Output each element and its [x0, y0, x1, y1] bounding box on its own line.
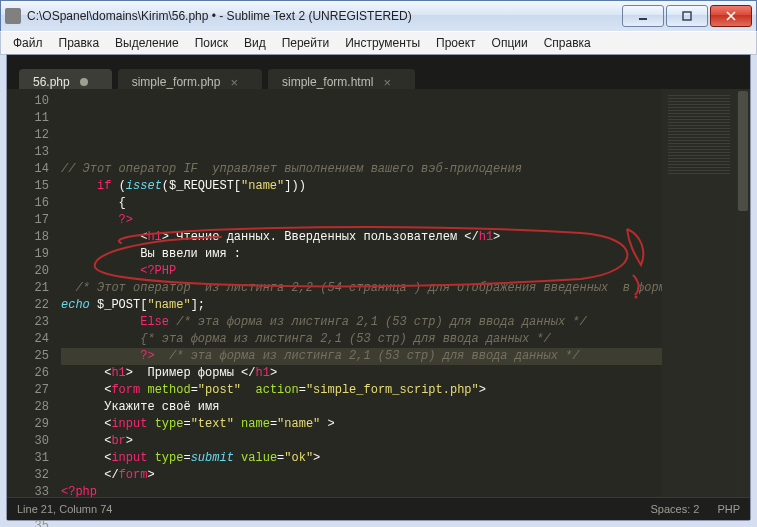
menu-project[interactable]: Проект [428, 33, 484, 53]
line-number: 14 [7, 161, 49, 178]
line-number: 30 [7, 433, 49, 450]
code-line[interactable]: Укажите своё имя [61, 399, 662, 416]
line-number: 23 [7, 314, 49, 331]
window-title: C:\OSpanel\domains\Kirim\56.php • - Subl… [27, 9, 622, 23]
code-line[interactable]: <input type=submit value="ok"> [61, 450, 662, 467]
tab-label: simple_form.html [282, 75, 373, 89]
line-number: 27 [7, 382, 49, 399]
code-line[interactable]: /* Этот оператор из листинга 2,2 (54 стр… [61, 280, 662, 297]
status-bar: Line 21, Column 74 Spaces: 2 PHP [7, 497, 750, 520]
menu-goto[interactable]: Перейти [274, 33, 338, 53]
code-line[interactable]: <?PHP [61, 263, 662, 280]
menu-search[interactable]: Поиск [187, 33, 236, 53]
code-line[interactable]: ?> /* эта форма из листинга 2,1 (53 стр)… [61, 348, 662, 365]
line-number: 13 [7, 144, 49, 161]
line-number: 26 [7, 365, 49, 382]
code-line[interactable]: Вы ввели имя : [61, 246, 662, 263]
line-number: 25 [7, 348, 49, 365]
code-line[interactable]: <br> [61, 433, 662, 450]
window-controls [622, 5, 752, 27]
line-number: 17 [7, 212, 49, 229]
menu-file[interactable]: Файл [5, 33, 51, 53]
code-area: 1011121314151617181920212223242526272829… [7, 89, 750, 498]
dirty-indicator-icon [80, 78, 88, 86]
menu-edit[interactable]: Правка [51, 33, 108, 53]
status-language[interactable]: PHP [717, 503, 740, 515]
code-line[interactable]: ?> [61, 212, 662, 229]
code-line[interactable]: <h1> Чтение данных. Вверденных пользоват… [61, 229, 662, 246]
line-number: 11 [7, 110, 49, 127]
svg-rect-0 [639, 18, 647, 20]
tab-label: simple_form.php [132, 75, 221, 89]
line-number: 32 [7, 467, 49, 484]
menu-view[interactable]: Вид [236, 33, 274, 53]
menu-bar: Файл Правка Выделение Поиск Вид Перейти … [0, 31, 757, 55]
svg-rect-1 [683, 12, 691, 20]
code-line[interactable]: { [61, 195, 662, 212]
minimap[interactable] [662, 89, 736, 498]
status-indent[interactable]: Spaces: 2 [650, 503, 699, 515]
maximize-button[interactable] [666, 5, 708, 27]
code-line[interactable]: Else /* эта форма из листинга 2,1 (53 ст… [61, 314, 662, 331]
line-number-gutter: 1011121314151617181920212223242526272829… [7, 89, 57, 498]
code-line[interactable]: <?php [61, 484, 662, 498]
line-number: 10 [7, 93, 49, 110]
code-editor[interactable]: // Этот оператор IF управляет выполнение… [57, 89, 662, 498]
close-button[interactable] [710, 5, 752, 27]
code-line[interactable]: // Этот оператор IF управляет выполнение… [61, 161, 662, 178]
code-line[interactable]: if (isset($_REQUEST["name"])) [61, 178, 662, 195]
menu-tools[interactable]: Инструменты [337, 33, 428, 53]
line-number: 20 [7, 263, 49, 280]
line-number: 12 [7, 127, 49, 144]
menu-select[interactable]: Выделение [107, 33, 187, 53]
line-number: 24 [7, 331, 49, 348]
close-icon[interactable]: × [230, 75, 238, 90]
line-number: 16 [7, 195, 49, 212]
line-number: 19 [7, 246, 49, 263]
window-titlebar: C:\OSpanel\domains\Kirim\56.php • - Subl… [0, 0, 757, 31]
close-icon[interactable]: × [383, 75, 391, 90]
line-number: 18 [7, 229, 49, 246]
line-number: 22 [7, 297, 49, 314]
menu-options[interactable]: Опции [484, 33, 536, 53]
code-line[interactable]: <form method="post" action="simple_form_… [61, 382, 662, 399]
editor-frame: 56.php simple_form.php × simple_form.htm… [6, 54, 751, 521]
code-line[interactable]: {* эта форма из листинга 2,1 (53 стр) дл… [61, 331, 662, 348]
line-number: 31 [7, 450, 49, 467]
code-line[interactable]: echo $_POST["name"]; [61, 297, 662, 314]
code-line[interactable]: <input type="text" name="name" > [61, 416, 662, 433]
line-number: 15 [7, 178, 49, 195]
line-number: 29 [7, 416, 49, 433]
code-line[interactable]: </form> [61, 467, 662, 484]
line-number: 28 [7, 399, 49, 416]
minimize-button[interactable] [622, 5, 664, 27]
menu-help[interactable]: Справка [536, 33, 599, 53]
tab-label: 56.php [33, 75, 70, 89]
minimap-content [668, 95, 730, 175]
app-icon [5, 8, 21, 24]
scrollbar-thumb[interactable] [738, 91, 748, 211]
vertical-scrollbar[interactable] [736, 89, 750, 498]
code-line[interactable]: <h1> Пример формы </h1> [61, 365, 662, 382]
status-cursor-position: Line 21, Column 74 [17, 503, 112, 515]
line-number: 21 [7, 280, 49, 297]
